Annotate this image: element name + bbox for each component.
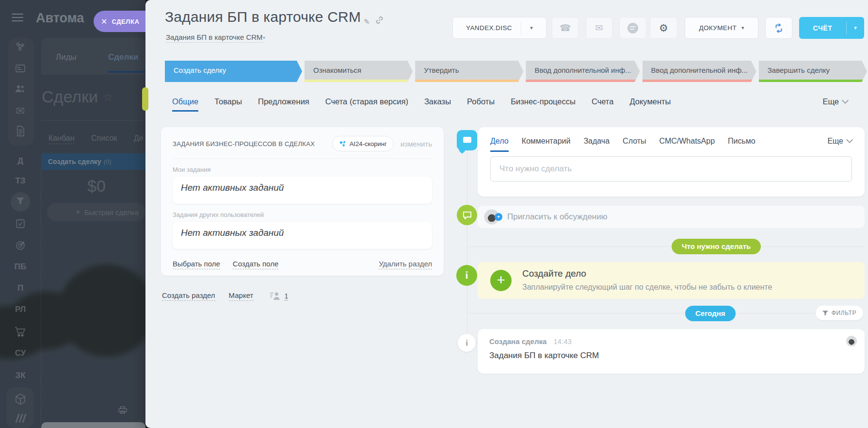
settings-button[interactable]: ⚙: [650, 17, 677, 39]
tabs-more-button[interactable]: Еще: [822, 97, 848, 106]
section-title: ЗАДАНИЯ БИЗНЕС-ПРОЦЕССОВ В СДЕЛКАХ: [173, 140, 332, 148]
members-counter[interactable]: 1: [270, 292, 288, 300]
kanban-stage-color-bar: [142, 87, 148, 111]
background-page: Автома Лиды Сделки Сделки ☆ Канбан Списо…: [0, 0, 145, 428]
create-section-link[interactable]: Создать раздел: [162, 291, 215, 301]
tl-tab-sms-whatsapp[interactable]: СМС/WhatsApp: [659, 137, 715, 146]
stage-review[interactable]: Ознакомиться: [305, 61, 413, 82]
info-icon: i: [456, 265, 477, 286]
add-user-icon[interactable]: +: [495, 213, 502, 221]
stage-create-deal[interactable]: Создать сделку: [165, 61, 302, 82]
timeline-filter-button[interactable]: ФИЛЬТР: [816, 306, 863, 320]
tl-tab-comment[interactable]: Комментарий: [522, 137, 571, 146]
invite-to-discussion[interactable]: + Пригласить к обсуждению: [478, 206, 865, 228]
gear-icon: ⚙: [659, 22, 668, 34]
chevron-down-icon[interactable]: ▾: [521, 25, 542, 31]
timeline-rail: [467, 146, 467, 340]
slider-deal-badge[interactable]: ✕ СДЕЛКА: [94, 11, 145, 32]
filter-funnel-icon: [822, 311, 828, 316]
tab-general[interactable]: Общие: [172, 97, 198, 106]
email-button[interactable]: ✉: [586, 17, 612, 39]
call-button[interactable]: ☎: [552, 17, 579, 39]
field-label: Задания других пользователей: [173, 211, 432, 218]
select-field-link[interactable]: Выбрать поле: [173, 260, 220, 269]
tl-tab-slots[interactable]: Слоты: [623, 137, 646, 146]
close-icon[interactable]: ✕: [101, 17, 107, 26]
tab-invoices-old[interactable]: Счета (старая версия): [325, 97, 408, 106]
tab-robots[interactable]: Роботы: [467, 97, 495, 106]
tab-products[interactable]: Товары: [214, 97, 242, 106]
chevron-down-icon: ▾: [741, 25, 744, 31]
stage-finish-deal[interactable]: Завершить сделку: [759, 61, 867, 82]
tl-tabs-more-button[interactable]: Еще: [827, 137, 852, 146]
edit-section-link[interactable]: изменить: [401, 140, 432, 148]
date-pill: Сегодня: [685, 306, 736, 321]
tab-business-processes[interactable]: Бизнес-процессы: [511, 97, 576, 106]
bp-tasks-section-card: ЗАДАНИЯ БИЗНЕС-ПРОЦЕССОВ В СДЕЛКАХ AI24-…: [161, 127, 444, 276]
stage-additional-info-1[interactable]: Ввод дополнительной инф...: [526, 61, 640, 82]
event-title: Создана сделка: [489, 337, 547, 346]
person-count-icon: [270, 292, 280, 300]
timeline-compose-card: Дело Комментарий Задача Слоты СМС/WhatsA…: [478, 127, 865, 197]
deal-badge-label: СДЕЛКА: [112, 18, 139, 25]
sync-button[interactable]: [765, 17, 792, 39]
timeline-separator: [467, 313, 865, 313]
activity-input[interactable]: [490, 156, 852, 181]
mail-icon: ✉: [595, 22, 603, 33]
deal-stage-bar: Создать сделку Ознакомиться Утвердить Вв…: [165, 61, 867, 82]
timeline-separator: [467, 247, 865, 247]
delete-section-link[interactable]: Удалить раздел: [379, 260, 432, 269]
tl-tab-activity[interactable]: Дело: [490, 137, 509, 146]
section-footer-links: Создать раздел Маркет 1: [162, 291, 288, 301]
create-activity-advice[interactable]: + Создайте дело Запланируйте следующий ш…: [478, 262, 865, 299]
invite-label: Пригласить к обсуждению: [507, 212, 607, 222]
chevron-down-icon[interactable]: ▾: [847, 25, 864, 31]
phone-icon: ☎: [560, 22, 571, 33]
chat-icon: [627, 23, 638, 33]
discussion-bubble-icon: [457, 205, 477, 225]
storage-split-button[interactable]: YANDEX.DISC ▾: [452, 17, 547, 39]
document-dropdown-button[interactable]: ДОКУМЕНТ ▾: [685, 17, 758, 39]
link-icon[interactable]: [375, 16, 384, 24]
deal-card-tabs: Общие Товары Предложения Счета (старая в…: [172, 97, 671, 106]
divider: [173, 158, 432, 159]
deal-title: Задания БП в карточке CRM: [165, 9, 361, 25]
stage-additional-info-2[interactable]: Ввод дополнительной инф...: [643, 61, 756, 82]
chat-button[interactable]: [619, 17, 646, 39]
tab-orders[interactable]: Заказы: [424, 97, 451, 106]
dim-overlay: [0, 0, 145, 428]
chevron-down-icon: [846, 136, 853, 143]
pencil-icon[interactable]: ✎: [364, 17, 370, 26]
molecule-icon: [339, 140, 346, 148]
field-label: Мои задания: [173, 166, 432, 173]
invoice-split-button[interactable]: СЧЁТ ▾: [799, 17, 864, 39]
ai-scoring-badge[interactable]: AI24-скоринг: [332, 136, 394, 151]
tab-quotes[interactable]: Предложения: [258, 97, 309, 106]
avatar: +: [484, 209, 499, 225]
deal-subtitle-link[interactable]: Задания БП в карточке CRM: [166, 33, 263, 43]
field-value-other-users-tasks[interactable]: Нет активных заданий: [173, 222, 432, 249]
hint-pill: Что нужно сделать: [672, 239, 761, 254]
event-text: Задания БП в карточке CRM: [489, 351, 853, 361]
tab-invoices[interactable]: Счета: [592, 97, 614, 106]
timeline-event-card[interactable]: Создана сделка 14:43 Задания БП в карточ…: [478, 329, 865, 374]
chevron-down-icon: ▾: [263, 35, 265, 40]
plus-icon[interactable]: +: [490, 270, 512, 291]
deal-slider-panel: Задания БП в карточке CRM ✎ Задания БП в…: [145, 0, 868, 428]
advice-text: Запланируйте следующий шаг по сделке, чт…: [522, 283, 772, 292]
market-link[interactable]: Маркет: [229, 291, 254, 301]
advice-title: Создайте дело: [522, 268, 586, 279]
avatar: [846, 336, 857, 346]
event-time: 14:43: [553, 337, 572, 346]
tl-tab-letter[interactable]: Письмо: [728, 137, 755, 146]
sync-icon: [774, 23, 784, 33]
create-field-link[interactable]: Создать поле: [233, 260, 278, 269]
chevron-down-icon: [842, 97, 849, 104]
info-icon: i: [458, 334, 476, 352]
stage-approve[interactable]: Утвердить: [415, 61, 523, 82]
field-value-my-tasks[interactable]: Нет активных заданий: [173, 177, 432, 204]
tab-documents[interactable]: Документы: [629, 97, 671, 106]
tl-tab-task[interactable]: Задача: [583, 137, 610, 146]
comment-bubble-icon: [457, 130, 477, 150]
